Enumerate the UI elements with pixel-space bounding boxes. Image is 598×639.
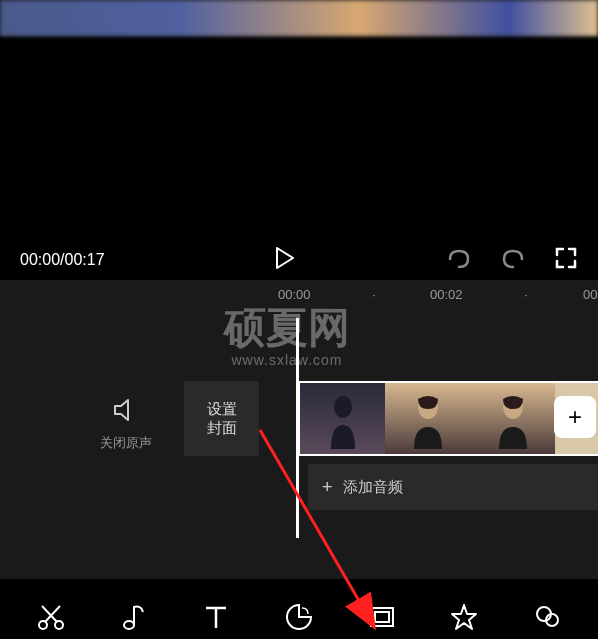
ruler-dot: · <box>524 287 528 302</box>
video-clip-thumbnail[interactable] <box>470 383 555 454</box>
add-clip-button[interactable]: + <box>554 396 596 438</box>
bottom-toolbar <box>0 579 598 639</box>
speaker-icon <box>100 398 152 426</box>
ruler-mark: 00:02 <box>430 287 463 302</box>
timeline-area: 关闭原声 设置 封面 <box>0 368 598 528</box>
undo-button[interactable] <box>446 247 472 273</box>
star-icon <box>449 602 479 632</box>
watermark-subtitle: www.sxlaw.com <box>224 352 350 368</box>
plus-icon: + <box>568 403 582 431</box>
add-audio-button[interactable]: + 添加音频 <box>308 464 598 510</box>
playback-controls: 00:00/00:17 <box>0 240 598 280</box>
redo-icon <box>500 247 526 269</box>
svg-point-0 <box>334 396 352 418</box>
cover-label-line2: 封面 <box>207 419 237 438</box>
scissors-icon <box>36 602 66 632</box>
svg-rect-13 <box>375 612 389 622</box>
tool-sticker[interactable] <box>284 586 314 632</box>
video-clip-thumbnail[interactable] <box>385 383 470 454</box>
timeline-ruler[interactable]: 00:00 · 00:02 · 00 <box>0 280 598 308</box>
play-button[interactable] <box>275 246 295 274</box>
video-clip-thumbnail[interactable] <box>300 383 385 454</box>
cover-label-line1: 设置 <box>207 400 237 419</box>
tool-pip[interactable] <box>367 586 397 632</box>
time-display: 00:00/00:17 <box>20 251 105 269</box>
svg-line-7 <box>45 606 60 622</box>
plus-icon: + <box>322 477 333 498</box>
tool-cut[interactable] <box>36 586 66 632</box>
play-icon <box>275 246 295 270</box>
video-preview-strip <box>0 0 598 36</box>
video-preview-area[interactable] <box>0 36 598 240</box>
picture-in-picture-icon <box>367 602 397 632</box>
watermark: 硕夏网 www.sxlaw.com <box>224 300 350 368</box>
text-icon <box>201 602 231 632</box>
ruler-mark: 00 <box>583 287 597 302</box>
ruler-dot: · <box>372 287 376 302</box>
add-audio-label: 添加音频 <box>343 478 403 497</box>
tool-audio[interactable] <box>119 586 149 632</box>
watermark-title: 硕夏网 <box>224 300 350 356</box>
redo-button[interactable] <box>500 247 526 273</box>
fullscreen-icon <box>554 246 578 270</box>
tool-effect[interactable] <box>449 586 479 632</box>
svg-point-9 <box>124 621 134 629</box>
sticker-icon <box>284 602 314 632</box>
set-cover-button[interactable]: 设置 封面 <box>184 381 259 456</box>
mute-label: 关闭原声 <box>100 434 152 452</box>
person-silhouette-icon <box>408 389 448 449</box>
tool-filter[interactable] <box>532 586 562 632</box>
filter-icon <box>532 602 562 632</box>
mute-original-sound[interactable]: 关闭原声 <box>100 398 152 452</box>
tool-text[interactable] <box>201 586 231 632</box>
ruler-mark: 00:00 <box>278 287 311 302</box>
video-clips-track[interactable] <box>298 381 598 456</box>
person-silhouette-icon <box>493 389 533 449</box>
undo-icon <box>446 247 472 269</box>
person-silhouette-icon <box>323 389 363 449</box>
music-note-icon <box>119 602 149 632</box>
svg-line-8 <box>42 606 57 622</box>
fullscreen-button[interactable] <box>554 246 578 274</box>
